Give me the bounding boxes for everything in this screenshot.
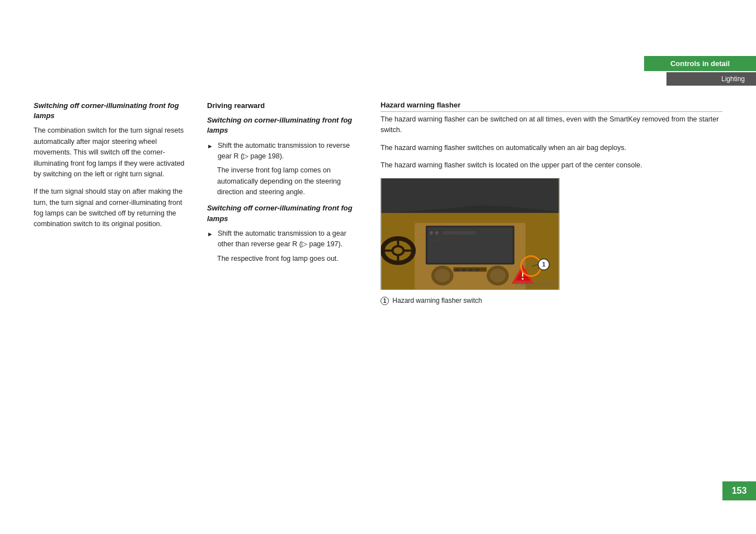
middle-bullet1: ► Shift the automatic transmission to re… (207, 140, 364, 162)
bullet-arrow-icon-2: ► (207, 229, 213, 250)
right-para3: The hazard warning flasher switch is loc… (381, 160, 722, 171)
middle-bullet1-text: Shift the automatic transmission to reve… (218, 140, 364, 162)
car-interior-image: 1 P54-25-4188-31 (381, 178, 560, 290)
right-para2: The hazard warning flasher switches on a… (381, 143, 722, 153)
tab-controls-in-detail: Controls in detail (644, 56, 756, 71)
middle-main-title: Driving rearward (207, 101, 364, 111)
middle-subtext1: The inverse front fog lamp comes on auto… (207, 165, 364, 198)
svg-point-9 (435, 269, 450, 282)
svg-point-11 (490, 269, 506, 282)
left-body-para2: If the turn signal should stay on after … (34, 186, 190, 230)
header-tabs: Controls in detail Lighting (644, 56, 756, 86)
image-caption: 1 Hazard warning flasher switch (381, 297, 722, 305)
left-section-title: Switching off corner-illuminating front … (34, 101, 190, 121)
middle-bullet2-text: Shift the automatic transmission to a ge… (218, 228, 364, 250)
col-right: Hazard warning flasher The hazard warnin… (381, 101, 722, 489)
svg-text:1: 1 (542, 261, 546, 268)
tab-lighting: Lighting (666, 72, 756, 86)
right-section-title: Hazard warning flasher (381, 101, 722, 112)
svg-point-5 (430, 231, 433, 235)
svg-rect-16 (475, 269, 480, 271)
caption-text: Hazard warning flasher switch (392, 297, 482, 305)
bullet-arrow-icon: ► (207, 142, 213, 162)
svg-rect-15 (468, 269, 473, 271)
content-area: Switching off corner-illuminating front … (34, 101, 722, 489)
middle-subtext2: The respective front fog lamp goes out. (207, 254, 364, 264)
page-number: 153 (722, 481, 756, 500)
svg-point-20 (522, 278, 524, 279)
svg-point-6 (435, 231, 439, 235)
circle-number-icon: 1 (381, 297, 389, 305)
svg-rect-14 (462, 269, 466, 271)
right-para1: The hazard warning flasher can be switch… (381, 114, 722, 136)
left-body-para1: The combination switch for the turn sign… (34, 125, 190, 180)
middle-sub2-title: Switching off corner-illuminating front … (207, 203, 364, 223)
image-code: P54-25-4188-31 (515, 281, 556, 287)
svg-rect-13 (455, 269, 459, 271)
middle-sub1-title: Switching on corner-illuminating front f… (207, 115, 364, 135)
middle-bullet2: ► Shift the automatic transmission to a … (207, 228, 364, 250)
col-left: Switching off corner-illuminating front … (34, 101, 190, 489)
col-middle: Driving rearward Switching on corner-ill… (207, 101, 364, 489)
